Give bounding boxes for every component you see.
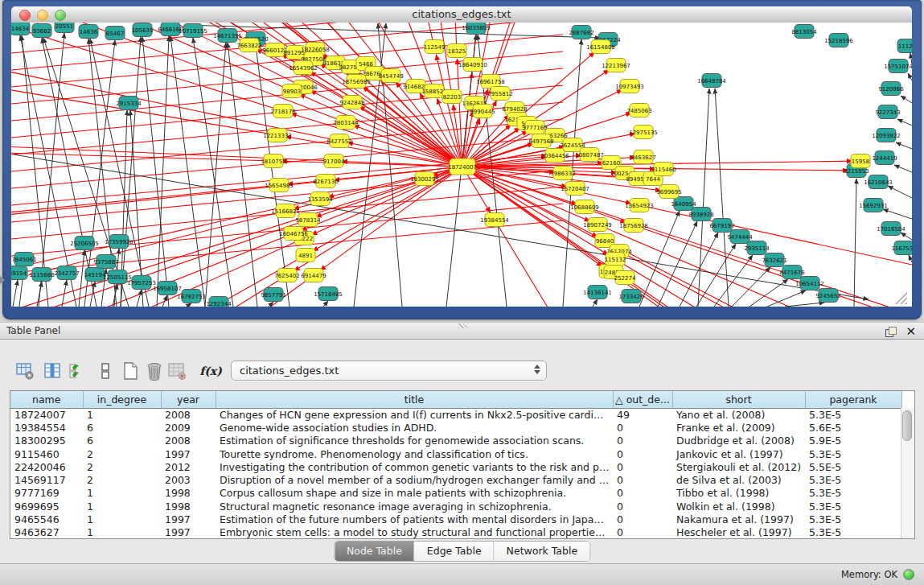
graph-edge[interactable] bbox=[896, 142, 912, 149]
row-height-button[interactable] bbox=[95, 360, 116, 381]
tab-network-table[interactable]: Network Table bbox=[495, 542, 590, 561]
graph-node[interactable]: 2935114 bbox=[744, 241, 770, 255]
table-cell[interactable]: 1 bbox=[83, 500, 161, 513]
graph-edge[interactable] bbox=[909, 255, 912, 262]
graph-node[interactable]: 6679197 bbox=[709, 219, 734, 233]
graph-edge[interactable] bbox=[142, 37, 169, 307]
table-options-button[interactable] bbox=[14, 360, 35, 381]
tab-edge-table[interactable]: Edge Table bbox=[415, 542, 495, 561]
graph-node[interactable]: 7632621 bbox=[762, 253, 786, 267]
table-cell[interactable]: 49 bbox=[613, 408, 672, 421]
graph-node[interactable]: 2342757 bbox=[54, 266, 79, 280]
table-cell[interactable]: Corpus callosum shape and size in male p… bbox=[216, 487, 613, 500]
table-row[interactable]: 946554611997Estimation of the future num… bbox=[10, 513, 901, 525]
graph-node[interactable]: 2887682 bbox=[569, 26, 593, 39]
table-cell[interactable]: Structural magnetic resonance image aver… bbox=[216, 500, 613, 513]
graph-node[interactable]: 14671355 bbox=[213, 29, 242, 43]
graph-node[interactable]: 16210643 bbox=[864, 175, 893, 189]
graph-node[interactable]: 14636 bbox=[79, 25, 98, 39]
table-cell[interactable]: 5.6E-5 bbox=[805, 421, 901, 434]
graph-node[interactable]: 8990445 bbox=[470, 105, 495, 118]
column-header-out_de[interactable]: △ out_de... bbox=[613, 391, 672, 408]
graph-edge[interactable] bbox=[157, 36, 169, 307]
graph-node[interactable]: 16648784 bbox=[697, 74, 726, 88]
table-cell[interactable]: 9115460 bbox=[10, 447, 83, 460]
splitter-handle-icon[interactable] bbox=[0, 276, 5, 284]
table-cell[interactable]: 9463627 bbox=[10, 526, 83, 539]
graph-node[interactable]: 18325 bbox=[447, 44, 466, 58]
graph-node[interactable]: 7625402 bbox=[274, 269, 299, 282]
graph-node[interactable]: 12213967 bbox=[602, 59, 630, 72]
graph-node[interactable]: 12093822 bbox=[872, 129, 901, 142]
table-cell[interactable]: 5.3E-5 bbox=[805, 408, 901, 421]
close-panel-icon[interactable]: ✕ bbox=[906, 326, 916, 338]
graph-node[interactable]: 14634 bbox=[11, 23, 30, 35]
graph-node[interactable]: 9699695 bbox=[656, 185, 681, 199]
table-cell[interactable]: 2008 bbox=[161, 408, 216, 421]
graph-edge[interactable] bbox=[901, 233, 912, 240]
graph-edge[interactable] bbox=[205, 43, 226, 307]
table-row[interactable]: 977716911998Corpus callosum shape and si… bbox=[10, 487, 901, 500]
table-cell[interactable]: 0 bbox=[613, 447, 672, 460]
table-cell[interactable]: 5.5E-5 bbox=[805, 460, 901, 473]
table-row[interactable]: 969969511998Structural magnetic resonanc… bbox=[10, 500, 901, 513]
table-cell[interactable]: 2008 bbox=[161, 435, 216, 447]
graph-edge[interactable] bbox=[187, 303, 191, 307]
table-cell[interactable]: 2 bbox=[83, 473, 161, 486]
graph-edge[interactable] bbox=[897, 119, 912, 126]
table-cell[interactable]: 2009 bbox=[161, 421, 216, 434]
graph-edge[interactable] bbox=[79, 250, 84, 307]
graph-node[interactable]: 16033809 bbox=[462, 23, 491, 35]
table-cell[interactable]: 14569117 bbox=[10, 473, 83, 486]
column-header-year[interactable]: year bbox=[161, 391, 216, 408]
table-cell[interactable]: 5.3E-5 bbox=[805, 487, 901, 500]
table-cell[interactable]: 22420046 bbox=[10, 460, 83, 473]
table-cell[interactable]: 18724007 bbox=[10, 408, 83, 421]
table-cell[interactable]: 5.9E-5 bbox=[805, 435, 901, 447]
table-cell[interactable]: Estimation of the future numbers of pati… bbox=[216, 513, 613, 525]
graph-node[interactable]: 14136141 bbox=[583, 286, 612, 299]
graph-node[interactable]: 8427552 bbox=[326, 134, 351, 148]
table-cell[interactable]: 1997 bbox=[161, 447, 216, 460]
graph-node[interactable]: 9245652 bbox=[815, 289, 840, 303]
graph-node[interactable]: 9857791 bbox=[261, 288, 285, 302]
graph-node[interactable]: 1167533 bbox=[891, 241, 912, 255]
graph-node[interactable]: 7485063 bbox=[626, 104, 651, 117]
function-builder-button[interactable]: f(x) bbox=[198, 360, 224, 381]
graph-node[interactable]: 65467 bbox=[105, 27, 125, 40]
table-cell[interactable]: 5.3E-5 bbox=[805, 513, 901, 525]
graph-edge[interactable] bbox=[767, 290, 806, 307]
table-row[interactable]: 1830029562008Estimation of significance … bbox=[10, 435, 901, 447]
show-columns-button[interactable] bbox=[42, 360, 63, 381]
graph-edge[interactable] bbox=[854, 179, 856, 307]
table-cell[interactable]: Franke et al. (2009) bbox=[672, 421, 805, 434]
graph-edge[interactable] bbox=[698, 89, 709, 307]
scrollbar-thumb[interactable] bbox=[902, 410, 912, 441]
graph-edge[interactable] bbox=[11, 211, 285, 307]
graph-node[interactable]: 13654923 bbox=[625, 199, 654, 212]
table-row[interactable]: 946362711997Embryonic stem cells: a mode… bbox=[10, 526, 901, 539]
table-cell[interactable]: 0 bbox=[613, 473, 672, 486]
graph-node[interactable]: 15654985 bbox=[265, 179, 294, 192]
table-cell[interactable]: 1997 bbox=[161, 526, 216, 539]
table-row[interactable]: 1872400712008Changes of HCN gene express… bbox=[10, 408, 901, 421]
graph-node[interactable]: 15751074 bbox=[884, 60, 912, 73]
graph-node[interactable]: 4891 bbox=[296, 249, 315, 262]
graph-edge[interactable] bbox=[170, 36, 205, 307]
graph-edge[interactable] bbox=[908, 73, 912, 80]
table-cell[interactable]: 6 bbox=[83, 435, 161, 447]
graph-node[interactable]: 1292344 bbox=[206, 297, 232, 307]
tab-node-table[interactable]: Node Table bbox=[335, 542, 415, 561]
table-cell[interactable]: 5.3E-5 bbox=[805, 526, 901, 539]
graph-node[interactable]: 39154 bbox=[11, 266, 27, 280]
table-cell[interactable]: Tibbo et al. (1998) bbox=[672, 487, 805, 500]
graph-edge[interactable] bbox=[491, 23, 642, 81]
graph-node[interactable]: 9463627 bbox=[630, 150, 655, 164]
graph-node[interactable]: 18756928 bbox=[619, 219, 648, 233]
column-header-name[interactable]: name bbox=[10, 391, 83, 408]
table-cell[interactable]: 0 bbox=[613, 487, 672, 500]
graph-node[interactable]: 8454749 bbox=[378, 69, 403, 83]
table-cell[interactable]: 18300295 bbox=[10, 435, 83, 447]
graph-edge[interactable] bbox=[658, 221, 697, 307]
graph-node[interactable]: 1115688 bbox=[29, 268, 54, 282]
